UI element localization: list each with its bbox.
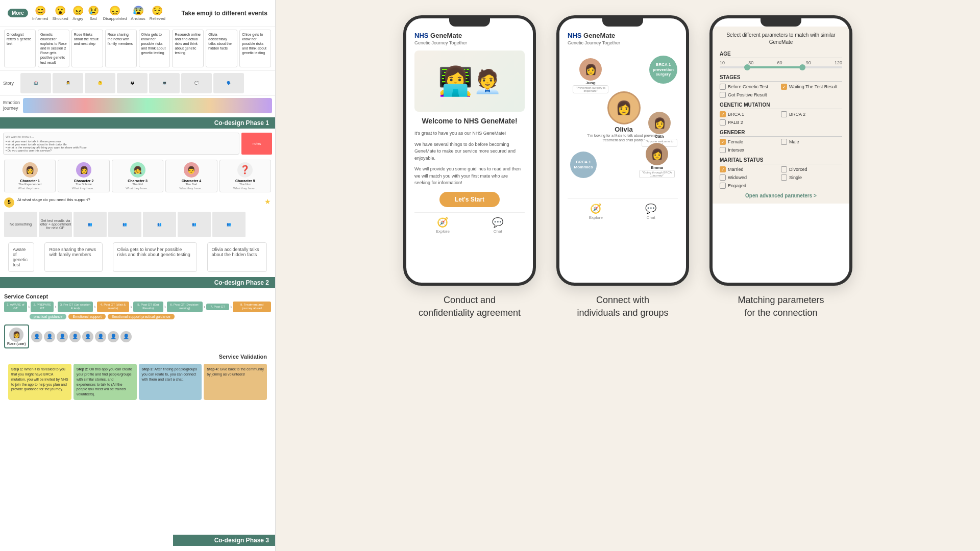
female-check[interactable] <box>720 139 726 145</box>
nhs-logo-2: NHS GeneMate <box>568 32 615 39</box>
brca1-check[interactable] <box>720 111 726 117</box>
small-personas: 👤 👤 👤 👤 👤 👤 👤 👤 <box>31 331 132 342</box>
service-concept-label: Service Concept <box>4 293 271 299</box>
story-label: Story <box>3 73 18 93</box>
mutation-row-0: BRCA 1 BRCA 2 <box>720 111 842 117</box>
characters-section: 👩 Character 1 The Experienced What they … <box>0 157 275 195</box>
phone1-container: NHS GeneMate Genetic Journey Together 👩‍… <box>403 15 536 319</box>
network-viz: 👩 Olivia "I'm looking for a Mate to talk… <box>568 51 680 193</box>
male-check[interactable] <box>781 139 787 145</box>
brca2-check[interactable] <box>781 111 787 117</box>
intersex-check[interactable] <box>720 147 726 153</box>
sharing-box: Rose sharing the news with family member… <box>44 242 102 272</box>
phone3-container: Select different parameters to match wit… <box>709 15 852 319</box>
engaged-check[interactable] <box>720 183 726 189</box>
char-2: 👩 Character 2 The Scholar What they have… <box>58 160 109 192</box>
stage-card-2: Rose thinks about the result and next st… <box>71 30 103 67</box>
divorced-check[interactable] <box>781 166 787 172</box>
support-bars: practical guidance Emotional support Emo… <box>4 314 271 319</box>
stage-check-0[interactable] <box>720 84 726 90</box>
flow-step-7: 8. Treatment and journey ahead <box>233 302 271 313</box>
char-5: ❓ Character 5 The Nun What they have... <box>219 160 271 192</box>
marital-row-2: Engaged <box>720 183 842 189</box>
phone1-notch <box>449 18 490 27</box>
service-validation-label: Service Validation <box>4 352 271 362</box>
stage-check-1[interactable] <box>781 84 787 90</box>
marital-title: MARITAL STATUS <box>720 157 842 164</box>
lets-start-button[interactable]: Let's Start <box>439 192 500 207</box>
char-1: 👩 Character 1 The Experienced What they … <box>4 160 56 192</box>
char-4: 👨 Character 4 The Dad What they have... <box>165 160 217 192</box>
emma-node[interactable]: 👩 Emma "Going through BRCA 1 journey" <box>639 143 675 178</box>
mutation-section: GENETIC MUTATION BRCA 1 BRCA 2 <box>720 102 842 126</box>
nav-explore-1[interactable]: 🧭 Explore <box>436 217 450 234</box>
p2-card-5: 👥 <box>178 212 211 237</box>
p2-card-3: 👥 <box>108 212 141 237</box>
phase3-banner: Co-design Phase 3 <box>173 535 275 546</box>
flow-step-4: 5. Post GT (Got Results) <box>133 302 163 313</box>
age-slider-track[interactable] <box>720 66 842 68</box>
story-img-0: 🏥 <box>20 73 51 93</box>
brca1-group-node[interactable]: BRCA 1 prevention surgery <box>649 56 677 84</box>
stage-card-7: Chloe gets to know her possible risks an… <box>239 30 271 67</box>
age-labels: 10 30 60 90 120 <box>720 60 842 65</box>
olivia-box: Olivia gets to know her possible risks a… <box>113 242 197 272</box>
story-img-4: 💻 <box>149 73 180 93</box>
story-img-1: 👩‍⚕️ <box>53 73 83 93</box>
phase1-banner: Co-design Phase 1 <box>0 117 275 129</box>
rose-persona: 👩 Rose (user) <box>4 324 29 348</box>
nav-chat-2[interactable]: 💬 Chat <box>645 203 656 220</box>
advanced-link[interactable]: Open advanced parameters > <box>720 193 842 198</box>
phone2-mockup: NHS GeneMate Genetic Journey Together 👩 … <box>556 15 689 286</box>
phones-row: NHS GeneMate Genetic Journey Together 👩‍… <box>286 15 970 319</box>
codesign1-notes: We want to know s... • what you want to … <box>3 133 239 155</box>
flow-step-0: 1. AWARE of GT <box>4 302 27 313</box>
phone3-content: Select different parameters to match wit… <box>713 27 849 204</box>
stage-card-5: Research online and find actual risks an… <box>172 30 204 67</box>
service-flow: 1. AWARE of GT › 2. PREPARE GT › 3. Pre … <box>4 302 271 313</box>
married-check[interactable] <box>720 166 726 172</box>
marital-section: MARITAL STATUS Married Divorced <box>720 157 842 189</box>
story-images: 🏥 👩‍⚕️ 🤔 👨‍👩‍👧 💻 💬 🗣️ <box>20 73 244 93</box>
emoji-title: Take emoji to different events <box>182 10 268 17</box>
char-3: 👧 Character 3 The Kid What they have... <box>112 160 163 192</box>
persona-s7: 👤 <box>120 331 132 342</box>
gender-row-0: Female Male <box>720 139 842 145</box>
step-box-1: Step 1: When it is revealed to you that … <box>8 364 71 400</box>
gender-section: GENEDER Female Male <box>720 130 842 153</box>
support-practical: practical guidance <box>30 314 66 319</box>
p2-card-1: Get test results via letter + appointmen… <box>39 212 72 237</box>
jung-node[interactable]: 👩 Jung "Prevention surgery is important" <box>573 58 608 93</box>
stage-card-3: Rose sharing the news with family member… <box>105 30 137 67</box>
persona-s0: 👤 <box>31 331 42 342</box>
palb2-check[interactable] <box>720 119 726 126</box>
more-button[interactable]: More <box>8 9 28 17</box>
story-img-2: 🤔 <box>85 73 115 93</box>
p2-card-0: No something <box>4 212 37 237</box>
brca1-mommies-node[interactable]: BRCA 1 Mommies <box>570 152 597 178</box>
codesign1-content: We want to know s... • what you want to … <box>0 131 275 157</box>
marital-row-1: Widowed Single <box>720 174 842 181</box>
single-check[interactable] <box>781 174 787 181</box>
persona-s6: 👤 <box>108 331 119 342</box>
stage-check-2[interactable] <box>720 92 726 98</box>
stage-row-1: Got Positive Result <box>720 92 842 98</box>
emoji-section: More 😊 Informed 😮 Shocked 😠 Angry 😢 Sad … <box>0 0 275 27</box>
age-slider: AGE 10 30 60 90 120 <box>720 51 842 68</box>
emoji-disappointed: 😞 Disappointed <box>103 5 127 21</box>
accident-box: Olivia accidentally talks about the hidd… <box>207 242 267 272</box>
support-emotional: Emotional support <box>68 314 105 319</box>
phase2-cards: No something Get test results via letter… <box>0 210 275 239</box>
persona-s4: 👤 <box>82 331 93 342</box>
red-sticky: notes <box>241 133 272 155</box>
nav-explore-2[interactable]: 🧭 Explore <box>589 203 603 220</box>
phone3-notch <box>761 18 801 27</box>
nav-chat-1[interactable]: 💬 Chat <box>492 217 503 234</box>
p2-card-6: 👥 <box>212 212 246 237</box>
phase2-banner: Co-design Phase 2 <box>0 277 275 288</box>
phone1-content: NHS GeneMate Genetic Journey Together 👩‍… <box>406 27 533 244</box>
persona-s3: 👤 <box>69 331 81 342</box>
widowed-check[interactable] <box>720 174 726 181</box>
nhs-logo-1: NHS GeneMate <box>414 32 462 39</box>
star-icon: ★ <box>264 197 271 206</box>
